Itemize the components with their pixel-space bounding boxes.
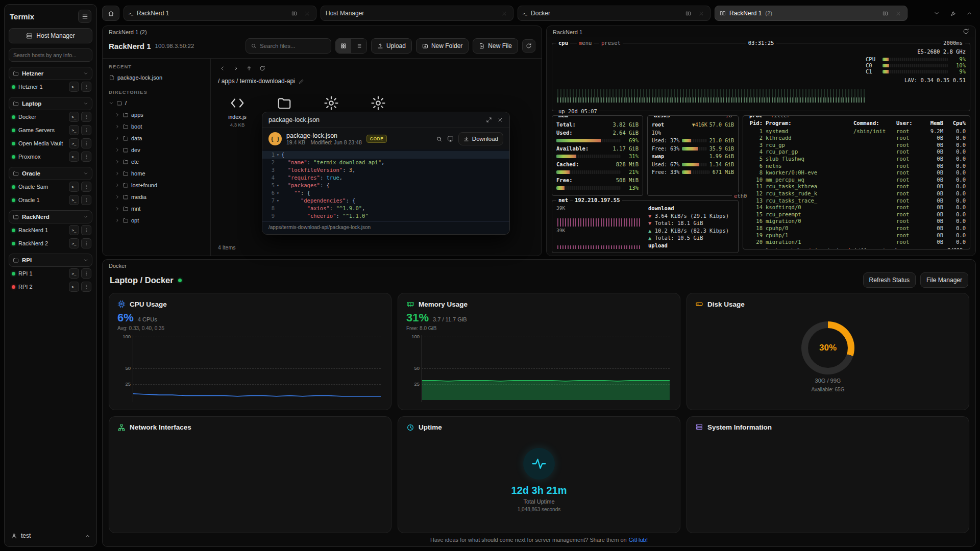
host-menu-button[interactable] — [81, 268, 91, 279]
io-toggle[interactable]: io — [723, 115, 734, 119]
host-menu-button[interactable] — [81, 112, 91, 122]
host-item[interactable]: Game Servers>_ — [9, 123, 92, 137]
proc-column-header[interactable]: Command: — [853, 120, 893, 127]
tree-item-mnt[interactable]: mnt — [113, 203, 206, 214]
search-in-file-icon[interactable] — [436, 136, 443, 142]
host-item[interactable]: Hetzner 1>_ — [9, 80, 92, 93]
open-editor-icon[interactable] — [447, 136, 454, 142]
host-search-input[interactable] — [9, 48, 92, 62]
proc-footer-item[interactable]: ↵ info — [784, 247, 802, 249]
host-terminal-button[interactable]: >_ — [69, 195, 79, 205]
tree-root[interactable]: / — [107, 97, 206, 109]
new-folder-button[interactable]: New Folder — [416, 38, 469, 54]
process-row[interactable]: 13rcu_tasks_trace_root0B0.0 — [747, 197, 966, 205]
fold-toggle[interactable]: ▾ — [275, 189, 281, 197]
proc-footer-item[interactable]: s signals — [873, 247, 901, 249]
host-item[interactable]: RackNerd 2>_ — [9, 237, 92, 250]
fold-toggle[interactable]: ▾ — [275, 151, 281, 159]
tree-item-boot[interactable]: boot — [113, 120, 206, 132]
host-terminal-button[interactable]: >_ — [69, 82, 79, 92]
file-search-input[interactable] — [260, 43, 326, 49]
tab-split-button[interactable] — [289, 9, 299, 18]
refresh-files-button[interactable] — [522, 39, 535, 53]
tab-racknerd-1[interactable]: >_RackNerd 1 — [124, 6, 316, 21]
process-row[interactable]: 18cpuhp/0root0B0.0 — [747, 225, 966, 232]
host-menu-button[interactable] — [81, 225, 91, 235]
process-row[interactable]: 10mm_percpu_wqroot0B0.0 — [747, 177, 966, 184]
new-file-button[interactable]: New File — [473, 38, 518, 54]
breadcrumb[interactable]: / apps / termix-download-api — [218, 78, 295, 85]
host-terminal-button[interactable]: >_ — [69, 125, 79, 135]
host-menu-button[interactable] — [81, 282, 91, 292]
nav-forward-button[interactable] — [230, 63, 241, 74]
host-group-header[interactable]: RackNerd — [9, 210, 92, 223]
preset-button[interactable]: preset — [599, 39, 623, 46]
tree-item-opt[interactable]: opt — [113, 214, 206, 226]
host-group-header[interactable]: Oracle — [9, 167, 92, 180]
tree-item-dev[interactable]: dev — [113, 144, 206, 156]
recent-file-item[interactable]: package-lock.json — [107, 71, 206, 83]
tab-close-button[interactable] — [302, 9, 311, 18]
fold-toggle[interactable]: ▾ — [275, 182, 281, 189]
tree-item-media[interactable]: media — [113, 191, 206, 203]
nav-refresh-button[interactable] — [257, 63, 268, 74]
host-group-header[interactable]: Hetzner — [9, 67, 92, 80]
tab-dropdown-button[interactable] — [930, 7, 943, 20]
process-row[interactable]: 3rcu_gproot0B0.0 — [747, 142, 966, 149]
proc-column-header[interactable]: Cpu% — [946, 120, 966, 127]
process-row[interactable]: 16migration/0root0B0.0 — [747, 218, 966, 225]
host-menu-button[interactable] — [81, 152, 91, 162]
host-item[interactable]: RackNerd 1>_ — [9, 223, 92, 237]
host-terminal-button[interactable]: >_ — [69, 138, 79, 148]
host-item[interactable]: RPI 1>_ — [9, 267, 92, 280]
file-search[interactable] — [246, 38, 331, 54]
tab-split-button[interactable] — [683, 9, 693, 18]
download-button[interactable]: Download — [458, 132, 503, 145]
edit-path-icon[interactable] — [299, 79, 304, 84]
tree-item-etc[interactable]: etc — [113, 156, 206, 167]
file-tile[interactable]: index.js4.3 KB — [218, 92, 257, 130]
host-group-header[interactable]: RPI — [9, 254, 92, 267]
tab-host-manager[interactable]: Host Manager — [321, 6, 513, 21]
host-terminal-button[interactable]: >_ — [69, 282, 79, 292]
nav-up-button[interactable] — [243, 63, 255, 74]
host-terminal-button[interactable]: >_ — [69, 268, 79, 279]
host-menu-button[interactable] — [81, 125, 91, 135]
upload-button[interactable]: Upload — [371, 38, 412, 54]
host-terminal-button[interactable]: >_ — [69, 112, 79, 122]
proc-column-header[interactable]: User: — [896, 120, 917, 127]
tab-close-button[interactable] — [893, 9, 902, 18]
github-link[interactable]: GitHub! — [629, 537, 648, 543]
host-item[interactable]: Oracle Sam>_ — [9, 180, 92, 193]
host-terminal-button[interactable]: >_ — [69, 152, 79, 162]
host-menu-button[interactable] — [81, 238, 91, 248]
proc-footer-item[interactable]: k kill — [849, 247, 867, 249]
tree-item-lost+found[interactable]: lost+found — [113, 179, 206, 191]
menu-button[interactable]: menu — [577, 39, 594, 46]
grid-view-button[interactable] — [336, 39, 351, 53]
tab-close-button[interactable] — [696, 9, 705, 18]
host-manager-button[interactable]: Host Manager — [9, 28, 92, 43]
process-row[interactable]: 6netnsroot0B0.0 — [747, 163, 966, 170]
host-item[interactable]: Oracle 1>_ — [9, 193, 92, 207]
process-row[interactable]: 8kworker/0:0H-everoot0B0.0 — [747, 169, 966, 177]
user-menu[interactable]: test — [9, 530, 92, 541]
expand-icon[interactable] — [486, 117, 492, 123]
process-row[interactable]: 1systemd/sbin/initroot9.2M0.0 — [747, 128, 966, 135]
proc-column-header[interactable]: MemB — [920, 120, 943, 127]
host-terminal-button[interactable]: >_ — [69, 238, 79, 248]
process-row[interactable]: 11rcu_tasks_kthrearoot0B0.0 — [747, 183, 966, 190]
host-item[interactable]: RPI 2>_ — [9, 280, 92, 293]
fold-toggle[interactable]: ▾ — [275, 197, 281, 205]
proc-footer-item[interactable]: t terminate — [808, 247, 842, 249]
tab-split-button[interactable] — [880, 9, 890, 18]
filter-button[interactable]: filter — [769, 115, 792, 119]
host-menu-button[interactable] — [81, 182, 91, 192]
proc-footer-item[interactable]: ↑↓ select — [750, 247, 778, 249]
process-row[interactable]: 19cpuhp/1root0B0.0 — [747, 232, 966, 239]
tree-item-data[interactable]: data — [113, 132, 206, 144]
process-row[interactable]: 20migration/1root0B0.0 — [747, 239, 966, 244]
process-row[interactable]: 15rcu_preemptroot0B0.0 — [747, 211, 966, 218]
tree-item-apps[interactable]: apps — [113, 109, 206, 120]
tree-item-home[interactable]: home — [113, 167, 206, 179]
